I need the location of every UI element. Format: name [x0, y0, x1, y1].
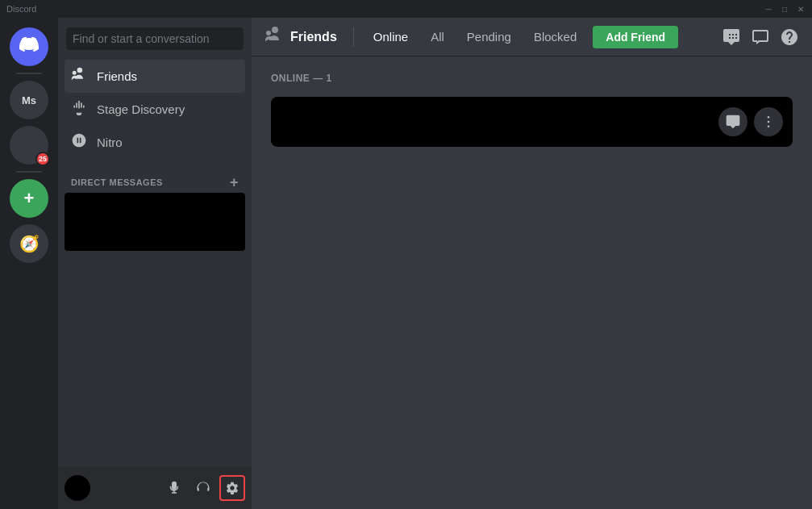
nav-item-friends[interactable]: Friends	[65, 60, 245, 93]
nav-item-friends-label: Friends	[97, 69, 137, 83]
stage-nav-icon	[71, 99, 87, 119]
nav-item-stage-label: Stage Discovery	[97, 102, 185, 116]
nitro-nav-icon	[71, 132, 87, 152]
channel-sidebar: Friends Stage Discovery Nitro	[58, 18, 252, 509]
svg-point-1	[768, 121, 770, 123]
more-options-button[interactable]	[754, 107, 783, 136]
server-label-ms: Ms	[22, 94, 36, 106]
message-friend-button[interactable]	[718, 107, 747, 136]
minimize-button[interactable]: ─	[764, 4, 773, 14]
friends-nav-icon	[71, 66, 87, 86]
main-content: Friends Online All Pending Blocked Add F…	[252, 18, 812, 509]
search-input[interactable]	[66, 27, 244, 50]
dm-item[interactable]	[65, 193, 245, 251]
topbar-divider	[353, 27, 354, 47]
home-button[interactable]	[10, 27, 48, 66]
topbar: Friends Online All Pending Blocked Add F…	[252, 18, 812, 56]
server-divider	[16, 73, 42, 74]
tab-all[interactable]: All	[421, 27, 454, 47]
settings-button[interactable]	[219, 475, 245, 501]
new-group-dm-button[interactable]	[722, 27, 741, 47]
nav-item-stage[interactable]: Stage Discovery	[65, 93, 245, 126]
inbox-button[interactable]	[751, 27, 770, 47]
dm-section-label: DIRECT MESSAGES	[71, 177, 163, 187]
friends-content: ONLINE — 1	[252, 56, 812, 509]
nav-item-nitro-label: Nitro	[97, 136, 123, 149]
server-divider-2	[16, 171, 42, 173]
add-dm-button[interactable]: +	[230, 175, 239, 190]
topbar-title: Friends	[290, 30, 337, 44]
tab-blocked[interactable]: Blocked	[524, 27, 586, 47]
user-panel	[58, 467, 252, 509]
dm-list	[58, 193, 252, 467]
friend-actions	[718, 107, 783, 136]
titlebar: Discord ─ □ ✕	[0, 0, 812, 18]
close-button[interactable]: ✕	[796, 4, 806, 14]
app-layout: Ms 25 + 🧭	[0, 18, 812, 509]
help-button[interactable]	[780, 27, 799, 47]
search-bar-container	[58, 18, 252, 56]
svg-point-2	[768, 126, 770, 128]
app-title: Discord	[6, 4, 36, 14]
maximize-button[interactable]: □	[780, 4, 789, 14]
add-server-button[interactable]: +	[10, 179, 48, 218]
window-controls: ─ □ ✕	[764, 4, 806, 14]
nav-item-nitro[interactable]: Nitro	[65, 126, 245, 159]
microphone-button[interactable]	[161, 475, 187, 501]
discord-logo-icon	[19, 35, 39, 59]
friends-topbar-icon	[264, 25, 284, 48]
server-icon-avatar[interactable]: 25	[10, 126, 48, 165]
tab-online[interactable]: Online	[364, 27, 418, 47]
user-avatar	[65, 475, 90, 501]
add-server-icon: +	[24, 188, 35, 209]
notification-badge: 25	[35, 152, 50, 166]
user-controls	[161, 475, 245, 501]
server-icon-ms[interactable]: Ms	[10, 81, 48, 119]
compass-icon: 🧭	[19, 234, 40, 253]
svg-point-0	[768, 116, 770, 119]
friend-row[interactable]	[271, 97, 793, 147]
explore-button[interactable]: 🧭	[10, 224, 48, 263]
nav-items: Friends Stage Discovery Nitro	[58, 56, 252, 162]
tab-pending[interactable]: Pending	[457, 27, 521, 47]
dm-section-header: DIRECT MESSAGES +	[58, 162, 252, 193]
add-friend-button[interactable]: Add Friend	[593, 26, 678, 48]
headset-button[interactable]	[190, 475, 216, 501]
online-header: ONLINE — 1	[271, 73, 793, 84]
server-sidebar: Ms 25 + 🧭	[0, 18, 58, 509]
